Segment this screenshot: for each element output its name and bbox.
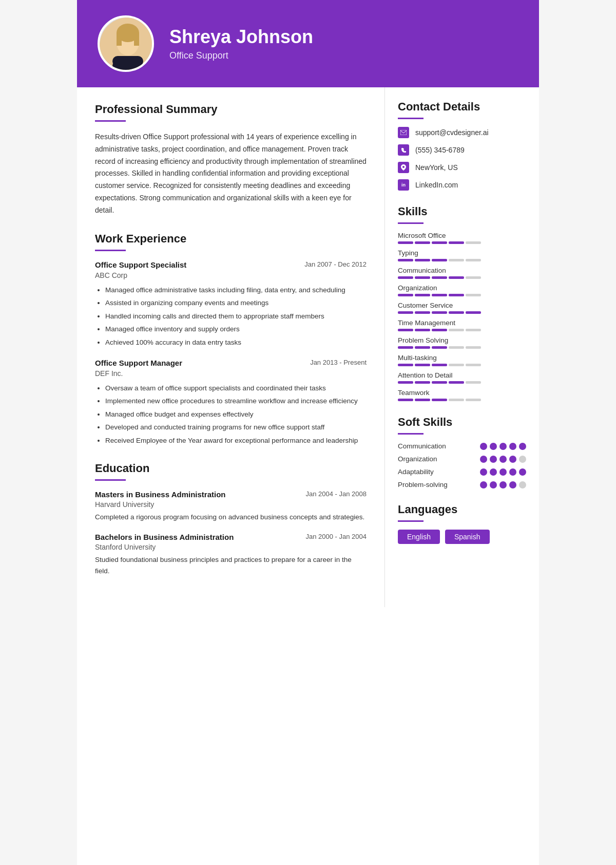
skill-segment-filled [398, 329, 413, 331]
skill-segment-empty [449, 346, 464, 349]
languages-section: Languages EnglishSpanish [398, 503, 526, 544]
dot-filled [499, 443, 507, 450]
skill-segment-filled [415, 311, 430, 314]
job-dates-1: Jan 2007 - Dec 2012 [304, 260, 367, 268]
skill-item-2: Communication [398, 267, 526, 279]
skill-item-4: Customer Service [398, 302, 526, 314]
skill-item-5: Time Management [398, 319, 526, 331]
skill-segment-empty [449, 364, 464, 366]
skill-segment-empty [466, 346, 481, 349]
soft-skill-item-2: Adaptability [398, 468, 526, 476]
skill-segment-filled [449, 311, 464, 314]
contact-email: support@cvdesigner.ai [398, 127, 526, 138]
skill-name-8: Attention to Detail [398, 371, 526, 379]
phone-value: (555) 345-6789 [415, 146, 465, 154]
dot-filled [499, 468, 507, 476]
edu-entry-2: Bachelors in Business Administration Jan… [95, 533, 367, 576]
header-info: Shreya Johnson Office Support [169, 26, 313, 61]
skill-segment-filled [398, 276, 413, 279]
skill-segment-empty [466, 241, 481, 244]
edu-dates-1: Jan 2004 - Jan 2008 [305, 490, 367, 498]
skill-segment-empty [466, 329, 481, 331]
edu-entry-1: Masters in Business Administration Jan 2… [95, 490, 367, 523]
dot-filled [480, 468, 487, 476]
job-header-1: Office Support Specialist Jan 2007 - Dec… [95, 260, 367, 269]
soft-skill-name-0: Communication [398, 442, 446, 450]
soft-skill-item-3: Problem-solving [398, 481, 526, 488]
edu-desc-2: Studied foundational business principles… [95, 554, 367, 576]
job-bullets-2: Oversaw a team of office support special… [105, 383, 367, 446]
bullet-1-3: Handled incoming calls and directed them… [105, 311, 367, 322]
skill-segment-filled [415, 381, 430, 384]
language-tag-1: Spanish [445, 530, 490, 544]
work-title: Work Experience [95, 232, 367, 246]
skill-bar-3 [398, 294, 526, 296]
skill-segment-filled [398, 381, 413, 384]
skill-segment-empty [449, 259, 464, 261]
language-tags: EnglishSpanish [398, 530, 526, 544]
svg-rect-7 [400, 130, 407, 135]
skill-bar-5 [398, 329, 526, 331]
soft-skill-dots-3 [480, 481, 526, 488]
skill-segment-filled [432, 346, 447, 349]
skill-bar-8 [398, 381, 526, 384]
job-header-2: Office Support Manager Jan 2013 - Presen… [95, 359, 367, 367]
skill-segment-filled [398, 294, 413, 296]
dot-filled [490, 468, 497, 476]
dot-filled [509, 443, 516, 450]
dot-filled [499, 456, 507, 463]
summary-text: Results-driven Office Support profession… [95, 131, 367, 217]
svg-point-8 [402, 166, 405, 168]
dot-empty [519, 481, 526, 488]
bullet-2-5: Received Employee of the Year award for … [105, 435, 367, 446]
job-company-1: ABC Corp [95, 271, 367, 279]
skill-segment-filled [432, 399, 447, 401]
svg-rect-6 [112, 56, 143, 66]
skill-name-0: Microsoft Office [398, 232, 526, 239]
skill-segment-filled [398, 399, 413, 401]
dot-filled [509, 481, 516, 488]
bullet-2-3: Managed office budget and expenses effec… [105, 409, 367, 420]
work-experience-section: Work Experience Office Support Specialis… [95, 232, 367, 446]
languages-title: Languages [398, 503, 526, 516]
skill-segment-empty [466, 294, 481, 296]
languages-divider [398, 520, 424, 522]
skill-bar-7 [398, 364, 526, 366]
soft-skill-dots-2 [480, 468, 526, 476]
svg-rect-4 [134, 33, 139, 46]
job-entry-1: Office Support Specialist Jan 2007 - Dec… [95, 260, 367, 348]
dot-filled [490, 443, 497, 450]
linkedin-value: LinkedIn.com [415, 181, 458, 189]
bullet-1-2: Assisted in organizing company events an… [105, 297, 367, 309]
edu-degree-1: Masters in Business Administration [95, 490, 226, 499]
summary-section: Professional Summary Results-driven Offi… [95, 103, 367, 217]
email-icon [398, 127, 409, 138]
skills-list: Microsoft OfficeTypingCommunicationOrgan… [398, 232, 526, 401]
dot-filled [509, 468, 516, 476]
skill-segment-filled [415, 346, 430, 349]
skill-segment-filled [449, 381, 464, 384]
bullet-2-1: Oversaw a team of office support special… [105, 383, 367, 394]
skill-segment-filled [432, 241, 447, 244]
dot-filled [480, 481, 487, 488]
job-title-1: Office Support Specialist [95, 260, 186, 269]
skill-segment-filled [415, 329, 430, 331]
main-content: Professional Summary Results-driven Offi… [77, 87, 539, 607]
skill-bar-0 [398, 241, 526, 244]
skill-bar-6 [398, 346, 526, 349]
skill-segment-filled [432, 259, 447, 261]
candidate-name: Shreya Johnson [169, 26, 313, 48]
dot-empty [519, 456, 526, 463]
skill-segment-empty [466, 399, 481, 401]
soft-skill-item-1: Organization [398, 455, 526, 463]
skill-segment-filled [415, 259, 430, 261]
skill-segment-filled [398, 241, 413, 244]
soft-skill-name-2: Adaptability [398, 468, 434, 476]
job-bullets-1: Managed office administrative tasks incl… [105, 285, 367, 348]
skill-segment-empty [466, 381, 481, 384]
soft-skills-list: CommunicationOrganizationAdaptabilityPro… [398, 442, 526, 488]
dot-filled [490, 456, 497, 463]
location-icon [398, 162, 409, 173]
skill-bar-1 [398, 259, 526, 261]
skill-segment-empty [449, 399, 464, 401]
